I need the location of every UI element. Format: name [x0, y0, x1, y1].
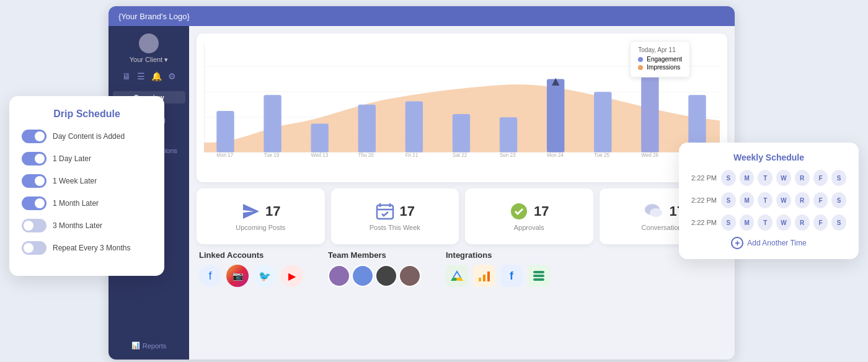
stat-card-upcoming-posts: 17 Upcoming Posts	[197, 188, 325, 244]
main-content: Today, Apr 11 Engagement Impressions	[189, 26, 735, 360]
youtube-icon[interactable]: ▶	[281, 265, 303, 287]
day-btn-1-2[interactable]: T	[758, 192, 773, 208]
day-btn-0-2[interactable]: T	[758, 170, 773, 186]
day-btn-2-6[interactable]: S	[831, 214, 846, 231]
svg-text:Mon 24: Mon 24	[547, 152, 564, 158]
svg-marker-28	[243, 204, 259, 219]
approvals-icon-row: 17	[509, 201, 549, 221]
drip-toggle-5[interactable]	[22, 241, 46, 255]
svg-text:Sun 23: Sun 23	[500, 152, 516, 158]
buffer-icon[interactable]	[528, 265, 550, 287]
add-another-time-button[interactable]: + Add Another Time	[691, 237, 846, 249]
facebook-icon[interactable]: f	[199, 265, 221, 287]
svg-text:Wed 26: Wed 26	[641, 152, 658, 158]
day-btn-1-3[interactable]: W	[776, 192, 791, 208]
linked-accounts-icons: f 📷 🐦 ▶	[199, 265, 303, 287]
svg-text:Wed 13: Wed 13	[311, 152, 328, 158]
add-another-time-label: Add Another Time	[747, 239, 806, 247]
svg-text:Tue 19: Tue 19	[264, 152, 279, 158]
drip-toggle-2[interactable]	[22, 174, 46, 188]
analytics-icon[interactable]	[473, 265, 495, 287]
svg-rect-41	[487, 272, 490, 281]
sidebar-reports[interactable]: 📊 Reports	[131, 342, 167, 350]
linked-accounts-section: Linked Accounts f 📷 🐦 ▶	[199, 250, 303, 287]
day-btn-0-6[interactable]: S	[831, 170, 846, 186]
drip-toggle-0[interactable]	[22, 130, 46, 143]
day-btn-1-0[interactable]: S	[721, 192, 736, 208]
dashboard-wrapper: {Your Brand's Logo} Your Client ▾ 🖥 ☰ 🔔 …	[108, 6, 735, 360]
team-members-section: Team Members	[328, 250, 421, 287]
upcoming-posts-icon-row: 17	[241, 201, 280, 221]
twitter-icon[interactable]: 🐦	[254, 265, 276, 287]
drip-item-1: 1 Day Later	[22, 152, 152, 166]
svg-marker-36	[453, 270, 461, 278]
tooltip-engagement: Engagement	[638, 56, 682, 63]
svg-rect-13	[594, 92, 611, 152]
day-btn-2-3[interactable]: W	[776, 214, 791, 231]
monitor-icon[interactable]: 🖥	[122, 71, 131, 81]
drip-toggle-3[interactable]	[22, 196, 46, 210]
upcoming-posts-number: 17	[265, 203, 280, 219]
svg-rect-10	[453, 114, 470, 152]
tooltip-title: Today, Apr 11	[638, 46, 682, 53]
day-btn-1-4[interactable]: R	[795, 192, 810, 208]
day-btn-1-1[interactable]: M	[740, 192, 755, 208]
day-btn-1-6[interactable]: S	[831, 192, 846, 208]
day-btn-0-0[interactable]: S	[721, 170, 736, 186]
day-btn-0-1[interactable]: M	[740, 170, 755, 186]
day-btn-0-3[interactable]: W	[776, 170, 791, 186]
day-btn-2-2[interactable]: T	[758, 214, 773, 231]
linked-accounts-title: Linked Accounts	[199, 250, 303, 260]
day-btn-2-0[interactable]: S	[721, 214, 736, 231]
weekly-time-2: 2:22 PM	[691, 219, 717, 226]
weekly-schedule-title: Weekly Schedule	[691, 152, 846, 162]
svg-rect-6	[264, 95, 281, 152]
svg-text:Thu 20: Thu 20	[358, 152, 374, 158]
drip-toggle-1[interactable]	[22, 152, 46, 166]
tooltip-impressions: Impressions	[638, 64, 682, 71]
sidebar-icon-row: 🖥 ☰ 🔔 ⚙	[122, 71, 176, 81]
engagement-label: Engagement	[647, 56, 682, 63]
bell-icon[interactable]: 🔔	[151, 71, 162, 81]
day-btn-1-5[interactable]: F	[813, 192, 828, 208]
stat-card-approvals: 17 Approvals	[465, 188, 593, 244]
svg-rect-44	[533, 271, 544, 273]
approvals-label: Approvals	[514, 224, 544, 231]
svg-rect-29	[377, 205, 393, 219]
weekly-time-0: 2:22 PM	[691, 174, 717, 182]
gear-icon[interactable]: ⚙	[168, 71, 176, 81]
day-btn-0-5[interactable]: F	[813, 170, 828, 186]
avatar	[139, 33, 159, 53]
day-btn-0-4[interactable]: R	[795, 170, 810, 186]
instagram-icon[interactable]: 📷	[226, 265, 249, 287]
svg-text:Mon 17: Mon 17	[216, 152, 234, 158]
add-time-circle-icon: +	[731, 237, 743, 249]
svg-text:Tue 25: Tue 25	[594, 152, 609, 158]
svg-rect-5	[216, 111, 234, 152]
engagement-dot	[638, 57, 643, 62]
svg-point-35	[650, 208, 662, 217]
send-icon	[241, 201, 260, 221]
impressions-dot	[638, 65, 643, 70]
drip-item-2: 1 Week Later	[22, 174, 152, 188]
weekly-row-1: 2:22 PMSMTWRFS	[691, 192, 846, 208]
team-avatar-3	[375, 265, 397, 287]
day-btn-2-4[interactable]: R	[795, 214, 810, 231]
svg-rect-43	[533, 275, 544, 277]
weekly-time-1: 2:22 PM	[691, 196, 717, 204]
stat-card-posts-week: 17 Posts This Week	[331, 188, 459, 244]
weekly-schedule-card: Weekly Schedule 2:22 PMSMTWRFS2:22 PMSMT…	[679, 143, 859, 259]
approval-icon	[509, 201, 529, 221]
google-drive-icon[interactable]	[446, 265, 468, 287]
day-btn-2-5[interactable]: F	[813, 214, 828, 231]
drip-label-2: 1 Week Later	[53, 177, 97, 185]
impressions-label: Impressions	[647, 64, 680, 71]
bottom-row: Linked Accounts f 📷 🐦 ▶ Team Members	[197, 250, 727, 287]
drip-toggle-4[interactable]	[22, 219, 46, 232]
day-btn-2-1[interactable]: M	[740, 214, 755, 231]
team-avatar-1	[328, 265, 350, 287]
list-icon[interactable]: ☰	[137, 71, 145, 81]
client-label[interactable]: Your Client ▾	[130, 56, 168, 64]
facebook-integration-icon[interactable]: f	[500, 265, 523, 287]
chart-tooltip: Today, Apr 11 Engagement Impressions	[630, 41, 690, 77]
